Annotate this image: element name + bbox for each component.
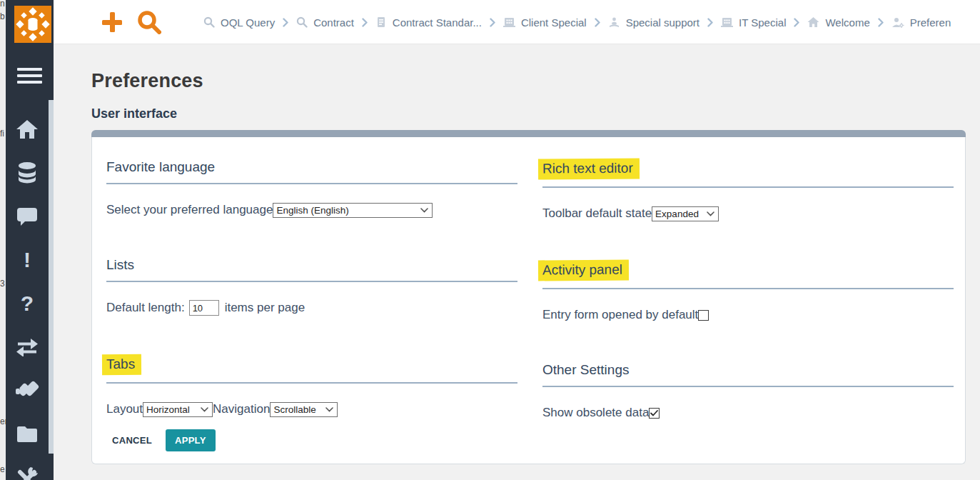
section-activity-panel: Activity panel Entry form opened by defa… bbox=[542, 260, 954, 324]
plus-icon[interactable] bbox=[101, 11, 123, 34]
panel-left-column: Favorite language Select your preferred … bbox=[106, 159, 517, 451]
breadcrumb-label: Preferen bbox=[910, 16, 951, 29]
sidebar-scrollbar[interactable] bbox=[49, 100, 54, 454]
breadcrumb-item-contract[interactable]: Contract bbox=[296, 16, 354, 29]
rich-text-editor-title: Rich text editor bbox=[542, 159, 954, 179]
items-per-page-label: items per page bbox=[225, 301, 305, 315]
edge-text-fragment: n bbox=[0, 0, 5, 9]
language-select[interactable]: English (English) bbox=[273, 203, 433, 218]
show-obsolete-label: Show obsolete data bbox=[542, 406, 649, 420]
panel-header-bar bbox=[91, 130, 966, 137]
breadcrumb-item-it-special[interactable]: IT Special bbox=[721, 16, 786, 29]
menu-toggle-button[interactable] bbox=[17, 68, 42, 86]
layout-label: Layout bbox=[106, 402, 143, 416]
organization-icon bbox=[503, 16, 515, 28]
section-lists: Lists Default length: items per page bbox=[106, 256, 517, 316]
sidebar-item-chat[interactable] bbox=[6, 194, 49, 238]
exchange-icon bbox=[16, 338, 39, 356]
folder-icon bbox=[16, 425, 39, 444]
chevron-right-icon bbox=[490, 18, 495, 27]
cancel-button[interactable]: CANCEL bbox=[112, 435, 152, 446]
main-content: Preferences User interface Favorite lang… bbox=[54, 44, 980, 480]
section-divider bbox=[106, 183, 517, 184]
chevron-right-icon bbox=[362, 18, 368, 27]
chevron-right-icon bbox=[283, 18, 288, 27]
tabs-navigation-value: Scrollable bbox=[273, 404, 315, 415]
sidebar-item-alerts[interactable]: ! bbox=[6, 238, 49, 281]
rich-text-editor-title-highlight: Rich text editor bbox=[538, 159, 640, 180]
sidebar: ! ? bbox=[6, 0, 54, 480]
panel-body: Favorite language Select your preferred … bbox=[91, 137, 966, 464]
section-divider bbox=[542, 386, 954, 387]
activity-panel-title-highlight: Activity panel bbox=[538, 260, 629, 281]
background-page-strip: n b fi 3 er e bbox=[0, 0, 6, 480]
tabs-navigation-select[interactable]: Scrollable bbox=[270, 402, 338, 417]
itop-logo[interactable] bbox=[14, 6, 51, 43]
breadcrumb-label: IT Special bbox=[739, 16, 786, 29]
sidebar-item-admin-tools[interactable] bbox=[6, 456, 49, 480]
breadcrumb-label: Contract Standar... bbox=[393, 16, 482, 29]
database-icon bbox=[16, 161, 39, 184]
edge-text-fragment: e bbox=[0, 464, 5, 474]
show-obsolete-checkbox[interactable] bbox=[649, 408, 660, 419]
section-rich-text-editor: Rich text editor Toolbar default state E… bbox=[542, 159, 954, 222]
language-label: Select your preferred language bbox=[106, 203, 273, 217]
tools-icon bbox=[15, 466, 39, 480]
navigation-label: Navigation bbox=[213, 402, 270, 416]
page-title: Preferences bbox=[91, 70, 980, 91]
tabs-title-highlight: Tabs bbox=[102, 354, 141, 375]
breadcrumb-label: Client Special bbox=[521, 16, 587, 29]
breadcrumb-item-preferences[interactable]: Preferen bbox=[891, 16, 951, 29]
other-settings-title: Other Settings bbox=[542, 361, 954, 379]
section-divider bbox=[542, 186, 954, 188]
chevron-down-icon bbox=[420, 208, 428, 213]
breadcrumb-item-welcome[interactable]: Welcome bbox=[807, 16, 869, 29]
search-icon[interactable] bbox=[137, 10, 161, 34]
hamburger-icon bbox=[17, 68, 42, 71]
chevron-right-icon bbox=[794, 18, 799, 27]
entry-form-checkbox[interactable] bbox=[698, 310, 709, 321]
breadcrumb-item-special-support[interactable]: Special support bbox=[608, 16, 699, 29]
tabs-layout-select[interactable]: Horizontal bbox=[143, 402, 213, 417]
chevron-down-icon bbox=[201, 407, 208, 412]
breadcrumb-item-contract-standard[interactable]: Contract Standar... bbox=[375, 16, 482, 29]
breadcrumb: OQL Query Contract Contract Standar... C… bbox=[203, 0, 980, 44]
sidebar-item-help[interactable]: ? bbox=[6, 281, 49, 325]
section-favorite-language: Favorite language Select your preferred … bbox=[106, 159, 517, 219]
sidebar-item-transfer[interactable] bbox=[6, 325, 49, 369]
breadcrumb-item-oql-query[interactable]: OQL Query bbox=[203, 16, 275, 29]
default-length-input[interactable] bbox=[189, 300, 219, 316]
preferences-panel: Favorite language Select your preferred … bbox=[91, 130, 966, 464]
default-length-label: Default length: bbox=[106, 301, 185, 315]
sidebar-item-services[interactable] bbox=[6, 369, 49, 412]
activity-panel-title: Activity panel bbox=[542, 260, 954, 281]
chevron-right-icon bbox=[878, 18, 884, 27]
chevron-right-icon bbox=[595, 18, 600, 27]
language-select-value: English (English) bbox=[276, 205, 348, 216]
apply-button[interactable]: APPLY bbox=[166, 429, 216, 451]
home-icon bbox=[16, 119, 39, 140]
sidebar-item-data[interactable] bbox=[6, 151, 49, 194]
tabs-title: Tabs bbox=[106, 354, 517, 375]
edge-text-fragment: er bbox=[0, 416, 6, 426]
organization-icon bbox=[721, 16, 733, 28]
search-icon bbox=[296, 16, 308, 28]
sidebar-item-home[interactable] bbox=[6, 107, 49, 151]
sidebar-item-documents[interactable] bbox=[6, 412, 49, 456]
edge-text-fragment: b bbox=[0, 11, 5, 21]
edge-text-fragment: 3 bbox=[0, 279, 5, 289]
tabs-layout-value: Horizontal bbox=[146, 404, 190, 415]
chevron-down-icon bbox=[707, 211, 714, 216]
section-divider bbox=[542, 288, 954, 289]
user-gear-icon bbox=[891, 16, 904, 29]
form-actions: CANCEL APPLY bbox=[112, 429, 517, 451]
toolbar-state-value: Expanded bbox=[655, 209, 699, 219]
breadcrumb-item-client-special[interactable]: Client Special bbox=[503, 16, 587, 29]
breadcrumb-label: Welcome bbox=[825, 16, 869, 29]
toolbar-state-select[interactable]: Expanded bbox=[652, 206, 719, 221]
exclamation-icon: ! bbox=[24, 249, 31, 271]
breadcrumb-label: Special support bbox=[626, 16, 699, 29]
section-divider bbox=[106, 281, 517, 282]
topbar: OQL Query Contract Contract Standar... C… bbox=[54, 0, 980, 44]
breadcrumb-label: Contract bbox=[313, 16, 354, 29]
